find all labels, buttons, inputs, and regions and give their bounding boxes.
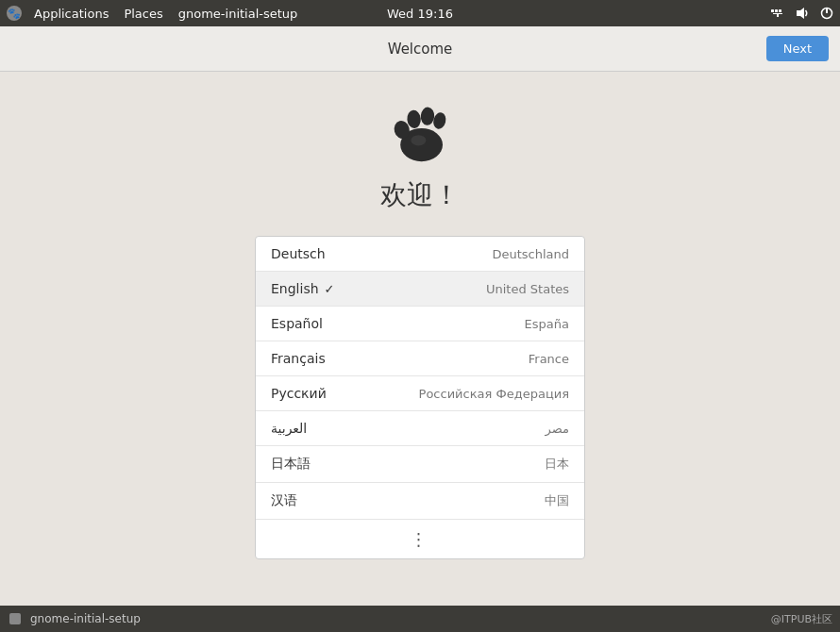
header: Welcome Next (0, 26, 840, 72)
lang-row-russian[interactable]: РусскийРоссийская Федерация (256, 376, 584, 411)
svg-rect-3 (775, 9, 778, 12)
gnome-logo (382, 91, 458, 166)
app-name-menu[interactable]: gnome-initial-setup (173, 5, 304, 23)
svg-rect-5 (773, 13, 782, 14)
page-title: Welcome (388, 41, 453, 58)
svg-rect-2 (771, 9, 774, 12)
lang-name-deutsch: Deutsch (271, 246, 326, 261)
bottombar: gnome-initial-setup @ITPUB社区 (0, 606, 840, 632)
lang-check-icon: ✓ (325, 282, 335, 296)
svg-rect-6 (777, 14, 779, 17)
lang-label: Русский (271, 386, 327, 401)
lang-label: العربية (271, 421, 307, 436)
svg-rect-16 (9, 613, 21, 624)
svg-text:🐾: 🐾 (8, 7, 21, 20)
lang-region: مصر (546, 422, 569, 436)
topbar-left: 🐾 Applications Places gnome-initial-setu… (6, 5, 303, 23)
clock: Wed 19:16 (387, 7, 453, 21)
svg-rect-4 (779, 9, 781, 12)
lang-name-arabic: العربية (271, 421, 307, 436)
network-icon[interactable] (770, 6, 785, 21)
topbar: 🐾 Applications Places gnome-initial-setu… (0, 0, 840, 26)
lang-region: 中国 (545, 492, 569, 509)
lang-region: France (529, 352, 569, 366)
lang-region: España (525, 317, 569, 331)
topbar-center: Wed 19:16 (387, 7, 453, 21)
lang-more-button[interactable]: ⋮ (256, 520, 584, 558)
lang-row-chinese[interactable]: 汉语中国 (256, 483, 584, 520)
language-list: DeutschDeutschlandEnglish ✓United States… (255, 236, 585, 559)
lang-row-deutsch[interactable]: DeutschDeutschland (256, 237, 584, 272)
applications-menu[interactable]: Applications (28, 5, 114, 23)
svg-marker-7 (797, 8, 804, 19)
lang-region: 日本 (545, 456, 569, 473)
lang-name-russian: Русский (271, 386, 327, 401)
lang-region: United States (486, 282, 569, 296)
welcome-text: 欢迎！ (380, 177, 460, 213)
lang-row-arabic[interactable]: العربيةمصر (256, 411, 584, 446)
volume-icon[interactable] (795, 6, 810, 21)
main-content: 欢迎！ DeutschDeutschlandEnglish ✓United St… (0, 72, 840, 606)
bottombar-app-label: gnome-initial-setup (30, 612, 141, 625)
lang-row-francais[interactable]: FrançaisFrance (256, 341, 584, 376)
lang-row-japanese[interactable]: 日本語日本 (256, 446, 584, 483)
lang-name-francais: Français (271, 351, 326, 366)
gnome-menu-icon[interactable]: 🐾 (6, 5, 23, 22)
svg-point-12 (407, 109, 422, 128)
lang-region: Deutschland (492, 247, 569, 261)
app-icon (8, 611, 23, 626)
lang-row-espanol[interactable]: EspañolEspaña (256, 307, 584, 341)
lang-label: English (271, 281, 319, 296)
lang-label: 汉语 (271, 492, 297, 509)
lang-name-japanese: 日本語 (271, 456, 311, 473)
lang-label: Español (271, 316, 323, 331)
lang-label: 日本語 (271, 456, 311, 473)
bottombar-right-text: @ITPUB社区 (771, 612, 832, 626)
lang-name-english: English ✓ (271, 281, 334, 296)
power-icon[interactable] (819, 6, 834, 21)
places-menu[interactable]: Places (118, 5, 168, 23)
next-button[interactable]: Next (766, 36, 829, 61)
lang-row-english[interactable]: English ✓United States (256, 272, 584, 307)
topbar-right (770, 6, 834, 21)
lang-label: Français (271, 351, 326, 366)
lang-name-espanol: Español (271, 316, 323, 331)
svg-point-13 (420, 107, 435, 125)
lang-name-chinese: 汉语 (271, 492, 297, 509)
lang-label: Deutsch (271, 246, 326, 261)
lang-region: Российская Федерация (419, 387, 569, 401)
svg-point-15 (411, 135, 426, 145)
